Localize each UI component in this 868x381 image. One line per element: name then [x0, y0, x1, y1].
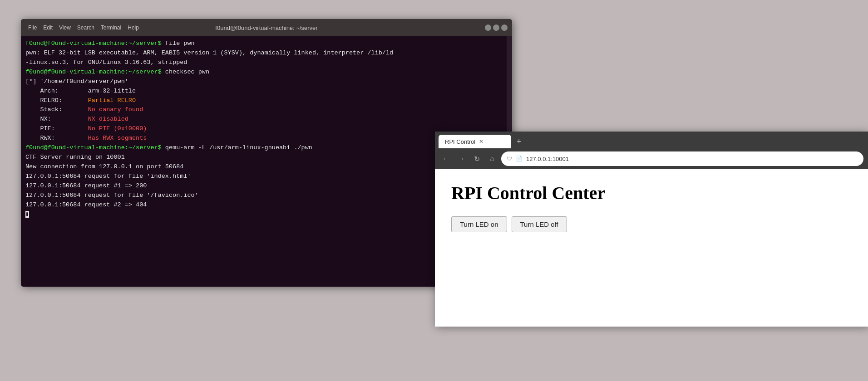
page-icon: 📄	[516, 156, 523, 162]
page-heading: RPI Control Center	[451, 182, 852, 204]
terminal-line: NX: NX disabled	[25, 115, 508, 124]
address-bar[interactable]: 🛡 📄 127.0.0.1:10001	[501, 151, 863, 166]
terminal-line: f0und@f0und-virtual-machine:~/server$ fi…	[25, 39, 508, 49]
reload-button[interactable]: ↻	[470, 152, 483, 165]
browser-content: RPI Control Center Turn LED on Turn LED …	[435, 169, 868, 327]
tab-close-button[interactable]: ✕	[479, 138, 483, 145]
browser-tab-active[interactable]: RPI Control ✕	[439, 135, 511, 148]
turn-led-off-button[interactable]: Turn LED off	[512, 216, 567, 232]
terminal-line: Stack: No canary found	[25, 105, 508, 115]
browser-tabs: RPI Control ✕ +	[435, 132, 868, 149]
terminal-line: Arch: arm-32-little	[25, 87, 508, 96]
terminal-line: RELRO: Partial RELRO	[25, 96, 508, 106]
browser-window: RPI Control ✕ + ← → ↻ ⌂ 🛡 📄 127.0.0.1:10…	[435, 132, 868, 327]
terminal-line: [*] '/home/f0und/server/pwn'	[25, 77, 508, 87]
minimize-button[interactable]	[485, 24, 491, 31]
home-button[interactable]: ⌂	[486, 152, 498, 165]
terminal-controls[interactable]	[485, 24, 508, 31]
browser-navbar: ← → ↻ ⌂ 🛡 📄 127.0.0.1:10001	[435, 149, 868, 169]
back-button[interactable]: ←	[439, 152, 452, 165]
menu-edit[interactable]: Edit	[40, 24, 55, 32]
tab-title: RPI Control	[445, 138, 475, 145]
menu-terminal[interactable]: Terminal	[98, 24, 124, 32]
terminal-title: f0und@f0und-virtual-machine: ~/server	[215, 24, 317, 31]
terminal-line: f0und@f0und-virtual-machine:~/server$ ch…	[25, 68, 508, 77]
shield-icon: 🛡	[507, 156, 512, 162]
terminal-menu[interactable]: File Edit View Search Terminal Help	[25, 24, 142, 32]
new-tab-button[interactable]: +	[513, 137, 525, 147]
menu-search[interactable]: Search	[74, 24, 97, 32]
terminal-line: -linux.so.3, for GNU/Linux 3.16.63, stri…	[25, 58, 508, 68]
maximize-button[interactable]	[493, 24, 499, 31]
menu-view[interactable]: View	[56, 24, 74, 32]
address-text: 127.0.0.1:10001	[526, 156, 569, 162]
forward-button[interactable]: →	[455, 152, 468, 165]
terminal-titlebar: File Edit View Search Terminal Help f0un…	[21, 19, 512, 36]
terminal-line: pwn: ELF 32-bit LSB executable, ARM, EAB…	[25, 49, 508, 58]
browser-chrome: RPI Control ✕ + ← → ↻ ⌂ 🛡 📄 127.0.0.1:10…	[435, 132, 868, 169]
led-buttons: Turn LED on Turn LED off	[451, 216, 852, 232]
close-button[interactable]	[501, 24, 508, 31]
turn-led-on-button[interactable]: Turn LED on	[451, 216, 507, 232]
menu-help[interactable]: Help	[125, 24, 142, 32]
menu-file[interactable]: File	[25, 24, 39, 32]
